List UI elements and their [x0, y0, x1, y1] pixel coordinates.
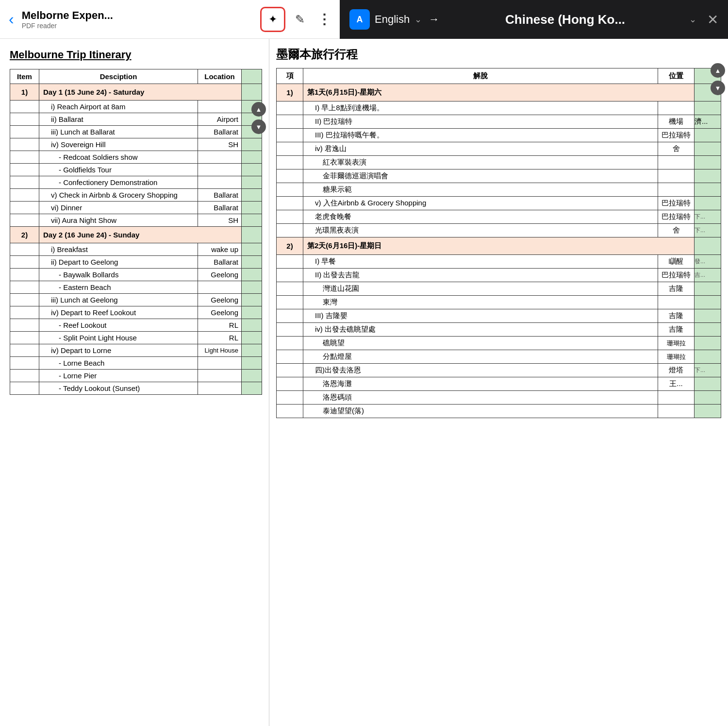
ch-day2-header: 2) 第2天(6月16日)-星期日 [277, 237, 721, 255]
doc-title: Melbourne Trip Itinerary [10, 49, 262, 61]
ch-table-row: 金菲爾德巡迴演唱會 [277, 169, 721, 183]
ch-table-row: iv) 君逸山 舍 [277, 142, 721, 156]
ch-table-row: 泰迪望望(落) [277, 405, 721, 418]
header-title-block: Melborne Expen... PDF reader [22, 9, 255, 30]
right-scroll-down-arrow[interactable]: ▼ [711, 81, 725, 95]
table-row: - Lorne Pier [10, 370, 262, 382]
table-row: iv) Depart to Lorne Light House [10, 344, 262, 357]
table-row: - Eastern Beach [10, 281, 262, 294]
ch-table-row: 洛恩海灘 王... [277, 377, 721, 391]
table-row: ii) Depart to Geelong Ballarat [10, 256, 262, 269]
table-row: - Goldfields Tour [10, 164, 262, 176]
ch-col-loc: 位置 [658, 68, 695, 84]
table-row: - Baywalk Bollards Geelong [10, 269, 262, 281]
ch-table-row: I) 早上8點到達機場。 [277, 101, 721, 115]
magic-button[interactable]: ✦ [260, 7, 285, 32]
scroll-up-arrow[interactable]: ▲ [251, 102, 266, 117]
edit-button[interactable]: ✎ [290, 10, 310, 29]
ch-table-row: I) 早餐 瞓醒 發... [277, 255, 721, 269]
ch-day1-header: 1) 第1天(6月15日)-星期六 [277, 84, 721, 101]
table-row: - Confectionery Demonstration [10, 176, 262, 189]
table-row: iii) Lunch at Ballarat Ballarat [10, 126, 262, 138]
table-row: - Reef Lookout RL [10, 319, 262, 332]
table-row: i) Breakfast wake up [10, 243, 262, 256]
col-desc-header: Desciption [39, 69, 198, 84]
ch-table-row: 四)出發去洛恩 燈塔 下... [277, 364, 721, 377]
ch-col-item: 項 [277, 68, 303, 84]
col-extra-header [242, 69, 262, 84]
col-loc-header: Location [198, 69, 242, 84]
arrow-right: → [429, 13, 439, 26]
table-row: v) Check in Airbnb & Grocery Shopping Ba… [10, 189, 262, 202]
ch-table-row: 東灣 [277, 296, 721, 309]
ch-table-row: 分點燈屋 珊瑚拉 [277, 350, 721, 364]
table-row: iv) Sovereign Hill SH [10, 138, 262, 151]
table-row: vii) Aura Night Show SH [10, 214, 262, 227]
main-content: Melbourne Trip Itinerary ▲ ▼ Item Descip… [0, 39, 728, 726]
table-row: iv) Depart to Reef Lookout Geelong [10, 306, 262, 319]
lang-to-chevron: ⌄ [689, 14, 696, 25]
ch-table-row: iv) 出發去礁眺望處 吉隆 [277, 323, 721, 337]
table-row: ii) Ballarat Airport [10, 113, 262, 126]
ch-table-row: 紅衣軍裝表演 [277, 156, 721, 169]
ch-table-row: II) 出發去吉龍 巴拉瑞特 吉... [277, 269, 721, 282]
lang-to[interactable]: Chinese (Hong Ko... [446, 12, 684, 27]
lang-from-chevron: ⌄ [414, 14, 422, 25]
ch-table-row: 老虎食晚餐 巴拉瑞特 下... [277, 210, 721, 224]
left-panel[interactable]: Melbourne Trip Itinerary ▲ ▼ Item Descip… [0, 39, 269, 726]
chinese-table: 項 解脫 位置 1) 第1天(6月15日)-星期六 I) 早上8點到達機場。 [276, 68, 721, 418]
ch-table-row: III) 吉隆嬰 吉隆 [277, 309, 721, 323]
more-button[interactable]: ⋮ [314, 10, 334, 29]
ch-table-row: 光環黑夜表演 舍 下... [277, 224, 721, 237]
left-header: ‹ Melborne Expen... PDF reader ✦ ✎ ⋮ [0, 0, 340, 39]
chinese-title: 墨爾本旅行行程 [276, 47, 721, 62]
col-item-header: Item [10, 69, 39, 84]
table-row: - Redcoat Soldiers show [10, 151, 262, 164]
ch-table-row: III) 巴拉瑞特嘅午餐。 巴拉瑞特 [277, 129, 721, 142]
close-translate-button[interactable]: ✕ [707, 12, 718, 28]
ch-table-row: 洛恩碼頭 [277, 391, 721, 405]
table-row: iii) Lunch at Geelong Geelong [10, 294, 262, 306]
ch-table-row: II) 巴拉瑞特 機場 濟... [277, 115, 721, 129]
table-row: - Teddy Lookout (Sunset) [10, 382, 262, 395]
header-subtitle: PDF reader [22, 22, 255, 30]
translate-icon: A [349, 9, 370, 30]
ch-table-row: 灣道山花園 吉隆 [277, 282, 721, 296]
right-scroll-up-arrow[interactable]: ▲ [711, 63, 725, 78]
ch-table-row: 糖果示範 [277, 183, 721, 197]
ch-table-row: v) 入住Airbnb & Grocery Shopping 巴拉瑞特 [277, 197, 721, 210]
lang-from[interactable]: English [375, 13, 410, 26]
ch-table-row: 礁眺望 珊瑚拉 [277, 337, 721, 350]
day1-header-row: 1) Day 1 (15 June 24) - Saturday [10, 84, 262, 101]
table-row: i) Reach Airport at 8am [10, 101, 262, 113]
scroll-down-arrow[interactable]: ▼ [251, 119, 266, 134]
table-row: - Lorne Beach [10, 357, 262, 370]
itinerary-table: Item Desciption Location 1) Day 1 (15 Ju… [10, 69, 262, 395]
header-title: Melborne Expen... [22, 9, 255, 22]
table-row: - Split Point Light House RL [10, 332, 262, 344]
ch-col-desc: 解脫 [303, 68, 658, 84]
translation-bar: A English ⌄ → Chinese (Hong Ko... ⌄ ✕ [340, 0, 728, 39]
day2-header-row: 2) Day 2 (16 June 24) - Sunday [10, 227, 262, 243]
right-panel[interactable]: ▲ ▼ 墨爾本旅行行程 項 解脫 位置 1) 第1天(6月15日)-星期六 [269, 39, 728, 726]
table-row: vi) Dinner Ballarat [10, 202, 262, 214]
back-button[interactable]: ‹ [6, 10, 17, 28]
